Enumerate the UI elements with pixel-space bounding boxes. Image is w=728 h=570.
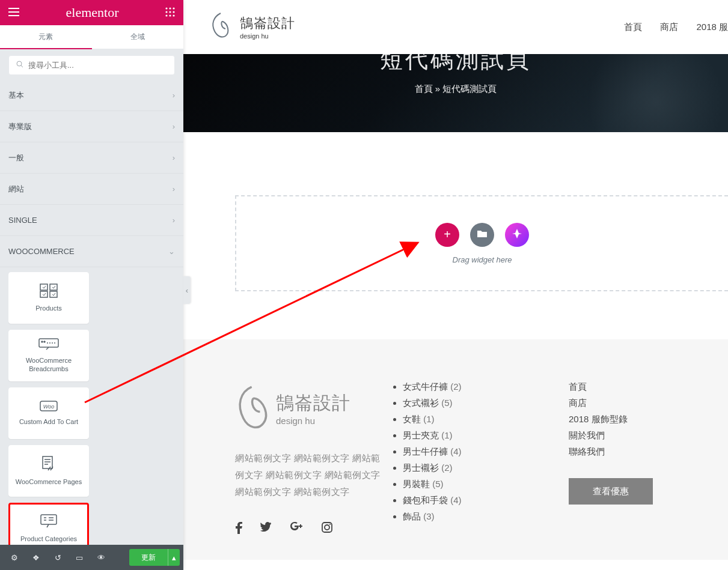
site-header: 鵠崙設計 design hu 首頁 商店 2018 服 xyxy=(183,0,728,54)
widget-label: Products xyxy=(35,304,61,312)
chevron-right-icon: › xyxy=(173,122,175,131)
responsive-button[interactable]: ▭ xyxy=(69,545,90,570)
tab-global[interactable]: 全域 xyxy=(92,25,184,49)
category-label: 網站 xyxy=(8,184,24,195)
nav-catalog[interactable]: 2018 服 xyxy=(696,22,728,33)
update-button[interactable]: 更新 xyxy=(129,549,168,566)
svg-rect-10 xyxy=(40,284,47,290)
widget-products[interactable]: Products xyxy=(8,272,89,324)
list-item[interactable]: 飾品 (3) xyxy=(403,511,569,523)
widget-wc-breadcrumbs[interactable]: WooCommerce Breadcrumbs xyxy=(8,330,89,381)
widget-wc-pages[interactable]: WooCommerce Pages xyxy=(8,445,89,497)
add-section-button[interactable]: + xyxy=(435,223,459,247)
promo-button[interactable]: 查看優惠 xyxy=(569,478,653,505)
list-item[interactable]: 2018 服飾型錄 xyxy=(569,414,701,425)
elementor-logo: elementor xyxy=(66,5,119,20)
svg-point-6 xyxy=(165,14,167,16)
svg-text:Woo: Woo xyxy=(43,404,55,410)
category-woocommerce[interactable]: WOOCOMMERCE ⌄ xyxy=(0,236,183,267)
eye-icon: 👁 xyxy=(97,553,105,562)
list-item[interactable]: 男士牛仔褲 (4) xyxy=(403,446,569,458)
footer-logo[interactable]: 鵠崙設計 design hu xyxy=(235,381,388,435)
preview-area: 鵠崙設計 design hu 首頁 商店 2018 服 短代碼測試頁 首頁 » … xyxy=(183,0,728,570)
widget-custom-add-cart[interactable]: Woo Custom Add To Cart xyxy=(8,387,89,439)
category-label: 一般 xyxy=(8,153,24,163)
list-item[interactable]: 女式牛仔褲 (2) xyxy=(403,381,569,393)
svg-rect-20 xyxy=(41,515,57,524)
tab-elements[interactable]: 元素 xyxy=(0,25,92,49)
footer-nav-list: 首頁 商店 2018 服飾型錄 關於我們 聯絡我們 xyxy=(569,381,701,458)
list-item[interactable]: 女鞋 (1) xyxy=(403,414,569,425)
widget-label: WooCommerce Breadcrumbs xyxy=(9,356,88,373)
ai-button[interactable] xyxy=(505,223,529,247)
footer-logo-cn: 鵠崙設計 xyxy=(276,391,350,416)
add-template-button[interactable] xyxy=(470,223,494,247)
category-pro[interactable]: 專業版 › xyxy=(0,111,183,142)
search-widgets[interactable] xyxy=(8,55,175,75)
search-input[interactable] xyxy=(28,61,167,70)
list-item[interactable]: 聯絡我們 xyxy=(569,446,701,458)
list-item[interactable]: 關於我們 xyxy=(569,430,701,441)
list-item[interactable]: 男裝鞋 (5) xyxy=(403,479,569,490)
update-dropdown[interactable]: ▴ xyxy=(168,549,180,566)
navigator-button[interactable]: ❖ xyxy=(25,545,47,570)
drop-message: Drag widget here xyxy=(453,255,512,264)
svg-point-0 xyxy=(165,7,167,9)
svg-rect-11 xyxy=(50,284,57,290)
category-label: 專業版 xyxy=(8,121,32,132)
instagram-icon[interactable] xyxy=(322,522,332,536)
svg-point-4 xyxy=(169,11,171,13)
facebook-icon[interactable] xyxy=(235,522,242,536)
chevron-right-icon: › xyxy=(173,91,175,100)
chevron-right-icon: › xyxy=(173,184,175,193)
hamburger-icon[interactable] xyxy=(8,8,19,18)
ai-icon xyxy=(512,228,522,241)
list-item[interactable]: 男士夾克 (1) xyxy=(403,430,569,441)
category-general[interactable]: 一般 › xyxy=(0,142,183,174)
category-basic[interactable]: 基本 › xyxy=(0,80,183,111)
search-icon xyxy=(16,61,23,70)
list-item[interactable]: 商店 xyxy=(569,398,701,409)
svg-point-16 xyxy=(44,341,45,342)
panel-footer: ⚙ ❖ ↺ ▭ 👁 更新 ▴ xyxy=(0,545,183,570)
svg-point-1 xyxy=(169,7,171,9)
svg-point-2 xyxy=(173,7,174,9)
category-site[interactable]: 網站 › xyxy=(0,174,183,205)
site-logo[interactable]: 鵠崙設計 design hu xyxy=(209,12,295,42)
svg-point-24 xyxy=(325,525,329,530)
settings-button[interactable]: ⚙ xyxy=(4,545,25,570)
plus-icon: + xyxy=(444,228,451,241)
hero-banner: 短代碼測試頁 首頁 » 短代碼測試頁 xyxy=(183,54,728,132)
svg-point-7 xyxy=(169,14,171,16)
woocommerce-widgets: Products WooCommerce Breadcrumbs Woo Cus… xyxy=(0,267,183,570)
svg-point-5 xyxy=(173,11,174,13)
svg-rect-12 xyxy=(40,291,47,297)
chevron-right-icon: › xyxy=(173,153,175,162)
svg-point-25 xyxy=(329,524,331,525)
nav-home[interactable]: 首頁 xyxy=(624,22,642,33)
apps-grid-icon[interactable] xyxy=(165,7,175,19)
crumb-current: 短代碼測試頁 xyxy=(442,83,497,94)
svg-point-3 xyxy=(165,11,167,13)
logo-text-cn: 鵠崙設計 xyxy=(240,14,295,32)
crumb-home[interactable]: 首頁 xyxy=(415,83,433,94)
svg-point-8 xyxy=(173,14,174,16)
list-item[interactable]: 男士襯衫 (2) xyxy=(403,462,569,474)
twitter-icon[interactable] xyxy=(260,522,272,536)
history-button[interactable]: ↺ xyxy=(47,545,69,570)
svg-rect-14 xyxy=(39,339,58,347)
svg-point-9 xyxy=(17,61,22,66)
list-item[interactable]: 女式襯衫 (5) xyxy=(403,398,569,409)
drop-zone[interactable]: + Drag widget here xyxy=(235,195,728,291)
category-single[interactable]: SINGLE › xyxy=(0,205,183,236)
google-plus-icon[interactable] xyxy=(290,522,304,536)
category-label: 基本 xyxy=(8,90,24,101)
chevron-up-icon: ▴ xyxy=(172,553,176,562)
collapse-panel-button[interactable]: ‹ xyxy=(183,276,191,304)
category-label: WOOCOMMERCE xyxy=(8,247,75,256)
nav-shop[interactable]: 商店 xyxy=(660,22,678,33)
elementor-panel: elementor 元素 全域 基本 › 專業版 › 一般 › 網站 › S xyxy=(0,0,183,570)
list-item[interactable]: 首頁 xyxy=(569,381,701,393)
preview-button[interactable]: 👁 xyxy=(90,545,112,570)
list-item[interactable]: 錢包和手袋 (4) xyxy=(403,495,569,506)
